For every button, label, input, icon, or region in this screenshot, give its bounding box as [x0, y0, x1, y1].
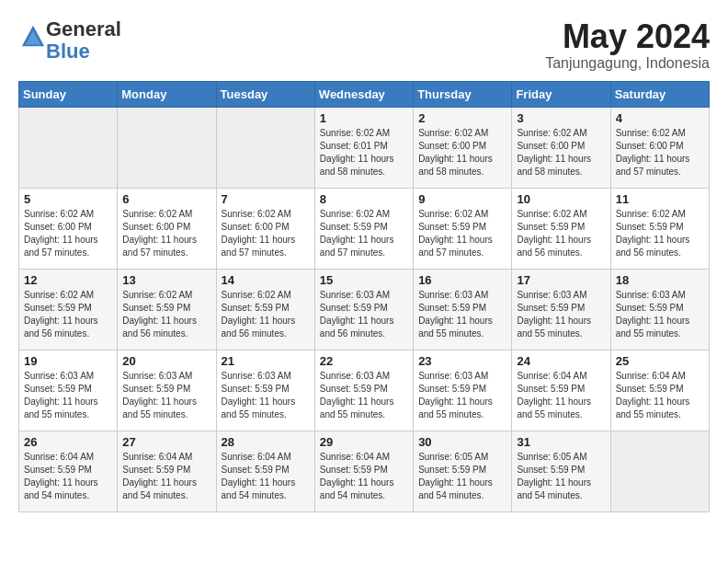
- day-number: 17: [517, 273, 605, 287]
- day-number: 30: [418, 435, 506, 449]
- day-info: Sunrise: 6:03 AM Sunset: 5:59 PM Dayligh…: [418, 289, 506, 340]
- day-info: Sunrise: 6:02 AM Sunset: 5:59 PM Dayligh…: [517, 208, 605, 259]
- calendar-day-cell: [118, 107, 216, 188]
- day-number: 26: [24, 435, 112, 449]
- day-number: 13: [122, 273, 210, 287]
- day-info: Sunrise: 6:03 AM Sunset: 5:59 PM Dayligh…: [24, 370, 112, 421]
- logo-icon: [20, 24, 46, 50]
- day-number: 10: [517, 192, 605, 206]
- calendar-day-cell: [19, 107, 118, 188]
- calendar-day-cell: 15Sunrise: 6:03 AM Sunset: 5:59 PM Dayli…: [314, 269, 413, 350]
- day-number: 1: [320, 111, 408, 125]
- calendar-day-cell: 16Sunrise: 6:03 AM Sunset: 5:59 PM Dayli…: [414, 269, 512, 350]
- calendar-week-row: 12Sunrise: 6:02 AM Sunset: 5:59 PM Dayli…: [19, 269, 710, 350]
- calendar-day-cell: 23Sunrise: 6:03 AM Sunset: 5:59 PM Dayli…: [414, 350, 512, 431]
- calendar-week-row: 26Sunrise: 6:04 AM Sunset: 5:59 PM Dayli…: [19, 431, 710, 511]
- day-number: 12: [24, 273, 112, 287]
- day-number: 4: [616, 111, 704, 125]
- day-number: 18: [616, 273, 704, 287]
- day-info: Sunrise: 6:02 AM Sunset: 5:59 PM Dayligh…: [616, 208, 704, 259]
- day-number: 9: [418, 192, 506, 206]
- calendar-day-cell: 31Sunrise: 6:05 AM Sunset: 5:59 PM Dayli…: [512, 431, 610, 511]
- calendar-day-cell: 26Sunrise: 6:04 AM Sunset: 5:59 PM Dayli…: [19, 431, 118, 511]
- month-title: May 2024: [545, 18, 710, 55]
- calendar-day-cell: 18Sunrise: 6:03 AM Sunset: 5:59 PM Dayli…: [610, 269, 709, 350]
- weekday-header: Thursday: [414, 81, 512, 107]
- calendar-body: 1Sunrise: 6:02 AM Sunset: 6:01 PM Daylig…: [19, 107, 710, 511]
- day-info: Sunrise: 6:02 AM Sunset: 6:00 PM Dayligh…: [24, 208, 112, 259]
- day-number: 3: [517, 111, 605, 125]
- day-number: 11: [616, 192, 704, 206]
- day-number: 24: [517, 354, 605, 368]
- day-number: 25: [616, 354, 704, 368]
- calendar-day-cell: 8Sunrise: 6:02 AM Sunset: 5:59 PM Daylig…: [314, 188, 413, 269]
- day-number: 23: [418, 354, 506, 368]
- calendar-week-row: 5Sunrise: 6:02 AM Sunset: 6:00 PM Daylig…: [19, 188, 710, 269]
- logo: General Blue: [18, 18, 121, 63]
- day-number: 19: [24, 354, 112, 368]
- calendar-day-cell: 3Sunrise: 6:02 AM Sunset: 6:00 PM Daylig…: [512, 107, 610, 188]
- calendar-day-cell: 24Sunrise: 6:04 AM Sunset: 5:59 PM Dayli…: [512, 350, 610, 431]
- logo-blue-text: Blue: [46, 40, 90, 63]
- calendar-day-cell: 2Sunrise: 6:02 AM Sunset: 6:00 PM Daylig…: [414, 107, 512, 188]
- location: Tanjungagung, Indonesia: [545, 55, 710, 72]
- calendar-day-cell: [610, 431, 709, 511]
- day-info: Sunrise: 6:04 AM Sunset: 5:59 PM Dayligh…: [24, 451, 112, 502]
- calendar-day-cell: 6Sunrise: 6:02 AM Sunset: 6:00 PM Daylig…: [118, 188, 216, 269]
- day-info: Sunrise: 6:02 AM Sunset: 6:00 PM Dayligh…: [616, 127, 704, 178]
- day-info: Sunrise: 6:04 AM Sunset: 5:59 PM Dayligh…: [320, 451, 408, 502]
- calendar-day-cell: 11Sunrise: 6:02 AM Sunset: 5:59 PM Dayli…: [610, 188, 709, 269]
- day-number: 14: [222, 273, 310, 287]
- calendar-day-cell: 14Sunrise: 6:02 AM Sunset: 5:59 PM Dayli…: [216, 269, 314, 350]
- calendar-day-cell: 22Sunrise: 6:03 AM Sunset: 5:59 PM Dayli…: [314, 350, 413, 431]
- day-info: Sunrise: 6:02 AM Sunset: 5:59 PM Dayligh…: [418, 208, 506, 259]
- day-info: Sunrise: 6:05 AM Sunset: 5:59 PM Dayligh…: [418, 451, 506, 502]
- calendar-day-cell: 12Sunrise: 6:02 AM Sunset: 5:59 PM Dayli…: [19, 269, 118, 350]
- weekday-header: Saturday: [610, 81, 709, 107]
- day-info: Sunrise: 6:03 AM Sunset: 5:59 PM Dayligh…: [418, 370, 506, 421]
- day-info: Sunrise: 6:04 AM Sunset: 5:59 PM Dayligh…: [222, 451, 310, 502]
- logo-general-text: General: [46, 17, 121, 40]
- calendar-day-cell: 1Sunrise: 6:02 AM Sunset: 6:01 PM Daylig…: [314, 107, 413, 188]
- day-info: Sunrise: 6:02 AM Sunset: 5:59 PM Dayligh…: [222, 289, 310, 340]
- day-number: 31: [517, 435, 605, 449]
- calendar-day-cell: 25Sunrise: 6:04 AM Sunset: 5:59 PM Dayli…: [610, 350, 709, 431]
- calendar-week-row: 19Sunrise: 6:03 AM Sunset: 5:59 PM Dayli…: [19, 350, 710, 431]
- calendar-day-cell: 17Sunrise: 6:03 AM Sunset: 5:59 PM Dayli…: [512, 269, 610, 350]
- day-info: Sunrise: 6:02 AM Sunset: 5:59 PM Dayligh…: [320, 208, 408, 259]
- day-number: 22: [320, 354, 408, 368]
- calendar-week-row: 1Sunrise: 6:02 AM Sunset: 6:01 PM Daylig…: [19, 107, 710, 188]
- calendar-table: SundayMondayTuesdayWednesdayThursdayFrid…: [18, 81, 710, 512]
- calendar-day-cell: 19Sunrise: 6:03 AM Sunset: 5:59 PM Dayli…: [19, 350, 118, 431]
- day-number: 7: [222, 192, 310, 206]
- weekday-header: Sunday: [19, 81, 118, 107]
- day-info: Sunrise: 6:03 AM Sunset: 5:59 PM Dayligh…: [320, 289, 408, 340]
- day-info: Sunrise: 6:02 AM Sunset: 6:01 PM Dayligh…: [320, 127, 408, 178]
- day-info: Sunrise: 6:04 AM Sunset: 5:59 PM Dayligh…: [517, 370, 605, 421]
- day-number: 15: [320, 273, 408, 287]
- weekday-header: Tuesday: [216, 81, 314, 107]
- day-info: Sunrise: 6:03 AM Sunset: 5:59 PM Dayligh…: [517, 289, 605, 340]
- day-info: Sunrise: 6:04 AM Sunset: 5:59 PM Dayligh…: [616, 370, 704, 421]
- day-number: 5: [24, 192, 112, 206]
- calendar-day-cell: 9Sunrise: 6:02 AM Sunset: 5:59 PM Daylig…: [414, 188, 512, 269]
- calendar-day-cell: 10Sunrise: 6:02 AM Sunset: 5:59 PM Dayli…: [512, 188, 610, 269]
- calendar-day-cell: 27Sunrise: 6:04 AM Sunset: 5:59 PM Dayli…: [118, 431, 216, 511]
- day-info: Sunrise: 6:02 AM Sunset: 6:00 PM Dayligh…: [222, 208, 310, 259]
- title-block: May 2024 Tanjungagung, Indonesia: [545, 18, 710, 72]
- day-number: 2: [418, 111, 506, 125]
- calendar-day-cell: 7Sunrise: 6:02 AM Sunset: 6:00 PM Daylig…: [216, 188, 314, 269]
- calendar-header: SundayMondayTuesdayWednesdayThursdayFrid…: [19, 81, 710, 107]
- day-number: 6: [122, 192, 210, 206]
- day-number: 16: [418, 273, 506, 287]
- weekday-header: Monday: [118, 81, 216, 107]
- day-number: 8: [320, 192, 408, 206]
- day-info: Sunrise: 6:02 AM Sunset: 5:59 PM Dayligh…: [122, 289, 210, 340]
- weekday-header: Wednesday: [314, 81, 413, 107]
- day-number: 27: [122, 435, 210, 449]
- day-info: Sunrise: 6:05 AM Sunset: 5:59 PM Dayligh…: [517, 451, 605, 502]
- calendar-day-cell: 30Sunrise: 6:05 AM Sunset: 5:59 PM Dayli…: [414, 431, 512, 511]
- day-info: Sunrise: 6:02 AM Sunset: 6:00 PM Dayligh…: [122, 208, 210, 259]
- day-number: 28: [222, 435, 310, 449]
- calendar-day-cell: 5Sunrise: 6:02 AM Sunset: 6:00 PM Daylig…: [19, 188, 118, 269]
